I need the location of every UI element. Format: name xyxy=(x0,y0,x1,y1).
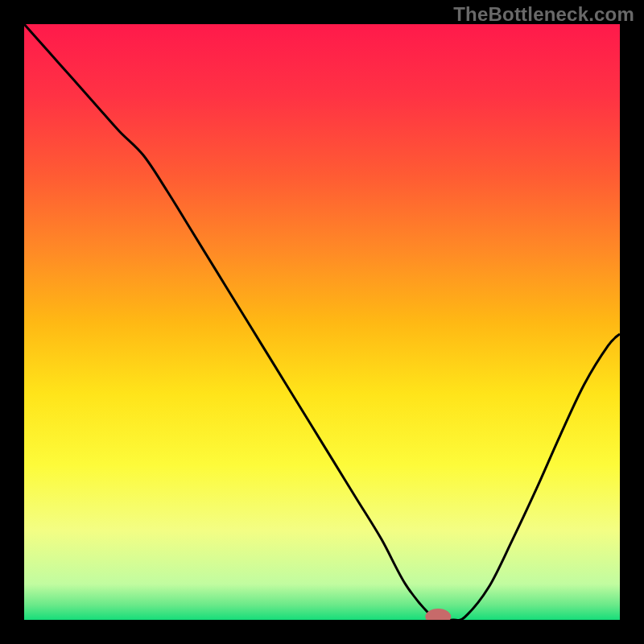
gradient-background xyxy=(24,24,620,620)
plot-svg xyxy=(24,24,620,620)
chart-frame: TheBottleneck.com xyxy=(0,0,644,644)
plot-area xyxy=(24,24,620,620)
watermark-text: TheBottleneck.com xyxy=(453,3,634,26)
